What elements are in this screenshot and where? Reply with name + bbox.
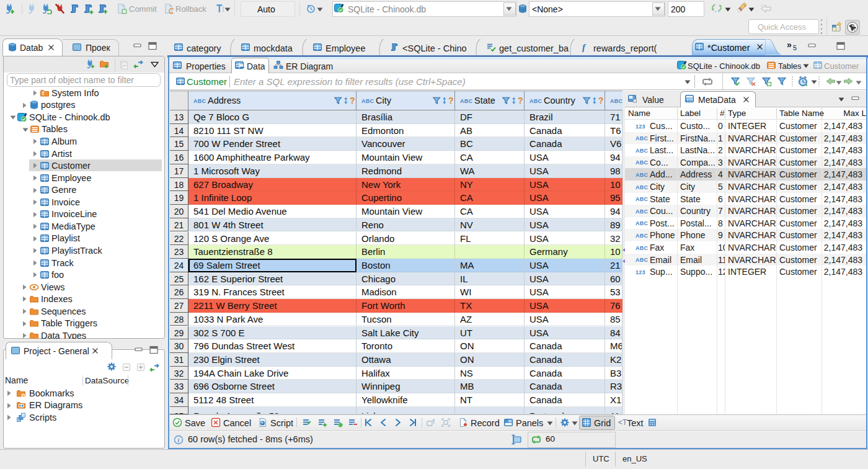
svg-text:i: i <box>178 437 180 444</box>
svg-text:<>: <> <box>240 65 245 69</box>
svg-text:f: f <box>582 42 587 52</box>
svg-text:i: i <box>43 91 44 96</box>
